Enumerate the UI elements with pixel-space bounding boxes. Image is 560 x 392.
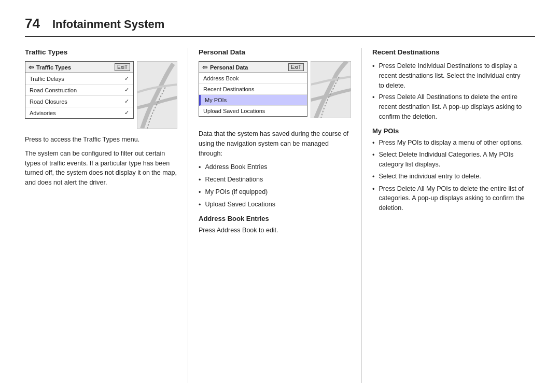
traffic-types-section-title: Traffic Types <box>25 48 177 56</box>
personal-ui-box: ⇦ Personal Data ExiT Address Book Recent… <box>199 61 307 117</box>
personal-header-left: ⇦ Personal Data <box>202 64 248 71</box>
col-traffic-types: Traffic Types ⇦ Traffic Types ExiT T <box>25 48 188 383</box>
personal-row-0[interactable]: Address Book <box>199 73 307 84</box>
traffic-types-ui-title: Traffic Types <box>36 64 71 71</box>
personal-data-section-title: Personal Data <box>199 48 351 56</box>
mypois-bullet-2: • Select the individual entry to delete. <box>372 172 525 182</box>
personal-row-3[interactable]: Upload Saved Locations <box>199 106 307 116</box>
traffic-row-1[interactable]: Road Construction ✓ <box>25 85 133 96</box>
personal-row-1[interactable]: Recent Destinations <box>199 84 307 95</box>
personal-row-2[interactable]: My POIs <box>199 95 307 106</box>
mypois-bullet-0: • Press My POIs to display a menu of oth… <box>372 138 525 148</box>
traffic-types-ui-header: ⇦ Traffic Types ExiT <box>25 62 133 73</box>
recent-destinations-bullets: • Press Delete Individual Destinations t… <box>372 61 525 122</box>
traffic-row-2-label: Road Closures <box>30 99 67 105</box>
traffic-types-ui-box: ⇦ Traffic Types ExiT Traffic Delays ✓ Ro… <box>25 61 134 119</box>
traffic-types-box-container: ⇦ Traffic Types ExiT Traffic Delays ✓ Ro… <box>25 61 177 129</box>
traffic-row-3-check: ✓ <box>124 109 129 116</box>
personal-back-arrow-icon: ⇦ <box>202 64 207 71</box>
content-columns: Traffic Types ⇦ Traffic Types ExiT T <box>25 48 535 383</box>
address-book-entries-body: Press Address Book to edit. <box>199 226 351 235</box>
my-pois-bullets: • Press My POIs to display a menu of oth… <box>372 138 525 213</box>
bullet-my-pois: • My POIs (if equipped) <box>199 187 351 198</box>
mypois-dot-3: • <box>372 185 374 213</box>
traffic-row-1-label: Road Construction <box>30 87 77 93</box>
mypois-label-0: Press My POIs to display a menu of other… <box>379 138 523 148</box>
bullet-upload: • Upload Saved Locations <box>199 200 351 210</box>
recent-bullet-0: • Press Delete Individual Destinations t… <box>372 61 525 90</box>
my-pois-title: My POIs <box>372 127 525 135</box>
personal-row-3-label: Upload Saved Locations <box>203 108 265 114</box>
mypois-bullet-3: • Press Delete All My POIs to delete the… <box>372 184 525 213</box>
traffic-row-3-label: Advisories <box>30 110 56 116</box>
col-personal-data: Personal Data ⇦ Personal Data ExiT A <box>188 48 362 383</box>
bullet-address-book: • Address Book Entries <box>199 162 351 173</box>
recent-destinations-section-title: Recent Destinations <box>372 48 525 56</box>
traffic-row-3[interactable]: Advisories ✓ <box>25 107 133 118</box>
bullet-label-0: Address Book Entries <box>205 162 267 173</box>
traffic-row-0-check: ✓ <box>124 75 129 82</box>
col-recent-destinations: Recent Destinations • Press Delete Indiv… <box>362 48 535 383</box>
page-title: Infotainment System <box>52 18 164 31</box>
traffic-row-2-check: ✓ <box>124 98 129 105</box>
personal-row-0-label: Address Book <box>203 75 239 81</box>
bullet-label-2: My POIs (if equipped) <box>205 187 268 198</box>
traffic-types-header-left: ⇦ Traffic Types <box>29 64 71 71</box>
address-book-entries-title: Address Book Entries <box>199 215 351 222</box>
recent-dot-0: • <box>372 62 374 90</box>
personal-map-image <box>311 61 351 118</box>
personal-ui-header: ⇦ Personal Data ExiT <box>199 62 307 73</box>
mypois-dot-1: • <box>372 150 374 170</box>
personal-bullet-list: • Address Book Entries • Recent Destinat… <box>199 162 351 209</box>
personal-row-2-label: My POIs <box>205 97 227 103</box>
traffic-row-0-label: Traffic Delays <box>30 76 64 82</box>
bullet-dot-0: • <box>199 163 201 173</box>
page: 74 Infotainment System Traffic Types ⇦ T… <box>0 0 560 392</box>
page-header: 74 Infotainment System <box>25 16 535 37</box>
mypois-label-2: Select the individual entry to delete. <box>379 172 481 182</box>
personal-ui-title: Personal Data <box>210 64 248 71</box>
mypois-bullet-1: • Select Delete Individual Categories. A… <box>372 150 525 170</box>
mypois-dot-0: • <box>372 138 374 148</box>
traffic-types-ui: ⇦ Traffic Types ExiT Traffic Delays ✓ Ro… <box>25 61 134 129</box>
recent-label-0: Press Delete Individual Destinations to … <box>379 61 525 90</box>
traffic-row-2[interactable]: Road Closures ✓ <box>25 96 133 107</box>
mypois-label-1: Select Delete Individual Categories. A M… <box>379 150 525 170</box>
traffic-map-image <box>137 61 177 129</box>
recent-dot-1: • <box>372 93 374 121</box>
personal-row-1-label: Recent Destinations <box>203 86 254 92</box>
bullet-recent-destinations: • Recent Destinations <box>199 175 351 185</box>
personal-ui: ⇦ Personal Data ExiT Address Book Recent… <box>199 61 307 123</box>
personal-box-container: ⇦ Personal Data ExiT Address Book Recent… <box>199 61 351 123</box>
personal-exit-button[interactable]: ExiT <box>288 63 304 71</box>
bullet-label-1: Recent Destinations <box>205 175 263 185</box>
traffic-row-1-check: ✓ <box>124 87 129 93</box>
mypois-label-3: Press Delete All My POIs to delete the e… <box>379 184 525 213</box>
back-arrow-icon: ⇦ <box>29 64 34 71</box>
page-number: 74 <box>25 16 40 32</box>
traffic-row-0[interactable]: Traffic Delays ✓ <box>25 73 133 85</box>
personal-body1: Data that the system has saved during th… <box>199 129 351 158</box>
bullet-label-3: Upload Saved Locations <box>205 200 275 210</box>
bullet-dot-1: • <box>199 175 201 185</box>
bullet-dot-2: • <box>199 188 201 198</box>
traffic-types-exit-button[interactable]: ExiT <box>115 63 130 71</box>
mypois-dot-2: • <box>372 172 374 182</box>
bullet-dot-3: • <box>199 200 201 210</box>
recent-label-1: Press Delete All Destinations to delete … <box>379 92 525 121</box>
traffic-body1: Press to access the Traffic Types menu. <box>25 135 177 145</box>
recent-bullet-1: • Press Delete All Destinations to delet… <box>372 92 525 121</box>
traffic-body2: The system can be configured to filter o… <box>25 149 177 188</box>
